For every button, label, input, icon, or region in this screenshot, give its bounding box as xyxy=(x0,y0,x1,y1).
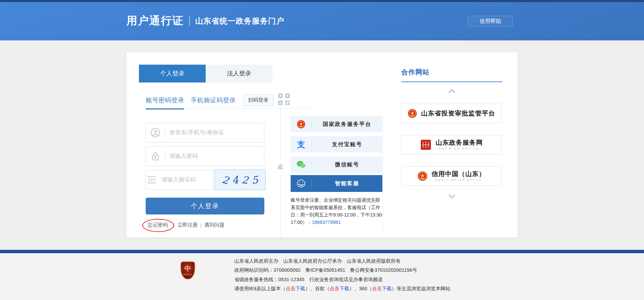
help-button[interactable]: 使用帮助 xyxy=(468,16,513,27)
problem-link[interactable]: 遇到问题 xyxy=(204,222,225,228)
username-field-wrap xyxy=(146,123,264,142)
download-link-chrome[interactable]: 下载 xyxy=(340,286,349,291)
third-party-smart-service[interactable]: 智能客服 xyxy=(291,175,382,192)
partner-site-credit-china[interactable]: 信用中国（山东） www.creditsd.gov.cn xyxy=(401,166,502,186)
browser-text: ）、360（ xyxy=(349,286,372,291)
partner-title-underline xyxy=(401,81,502,82)
download-link-ie[interactable]: 点击 xyxy=(286,286,295,291)
chevron-down-icon[interactable] xyxy=(448,192,456,199)
red-seal-icon xyxy=(420,139,432,151)
captcha-image[interactable]: 2 4 2 5 xyxy=(214,169,266,190)
method-scan-login[interactable]: 扫码登录 xyxy=(243,94,273,106)
partner-site-name: 山东省投资审批监管平台 xyxy=(421,110,495,117)
title-separator xyxy=(189,16,190,26)
partner-site-name: 信用中国（山东） xyxy=(432,171,486,178)
tab-personal-login[interactable]: 个人登录 xyxy=(139,65,206,82)
link-divider: | xyxy=(200,222,202,228)
browser-text: ）、谷歌（ xyxy=(305,286,330,291)
browser-text: 请使用IE9及以上版本（ xyxy=(234,286,286,291)
national-emblem-icon xyxy=(417,171,428,181)
tab-corporate-login[interactable]: 法人登录 xyxy=(206,65,272,82)
footer-line-icp: 政府网站识别码：3700000092 鲁ICP备05051451 鲁公网安备37… xyxy=(234,267,450,273)
third-party-label: 国家政务服务平台 xyxy=(312,121,382,128)
page-header: 用户通行证 山东省统一政务服务门户 使用帮助 xyxy=(0,2,644,40)
register-link[interactable]: 立即注册 xyxy=(177,222,198,228)
username-input[interactable] xyxy=(165,129,264,136)
third-party-label: 支付宝账号 xyxy=(312,141,382,148)
badge-glyph: 中 xyxy=(184,265,191,272)
third-party-label: 智能客服 xyxy=(312,180,382,187)
password-field-wrap xyxy=(146,146,264,166)
brand: 用户通行证 山东省统一政务服务门户 xyxy=(126,13,284,28)
service-phone-link[interactable]: 18663778981 xyxy=(312,220,341,225)
footer-divider-bar xyxy=(0,250,644,253)
service-notice: 账号登录注册、企业绑定相关问题请优先联系页面中的智能客服系统，客服电话（工作日：… xyxy=(291,196,384,226)
password-input[interactable] xyxy=(165,153,264,160)
national-emblem-icon xyxy=(291,120,312,129)
download-link-chrome[interactable]: 点击 xyxy=(330,286,340,291)
browser-text: ）等主流浏览器浏览本网站 xyxy=(391,286,450,291)
third-party-wechat[interactable]: 微信账号 xyxy=(291,157,382,173)
download-link-360[interactable]: 下载 xyxy=(382,286,391,291)
login-method-row: 账号密码登录 手机验证码登录 扫码登录 xyxy=(146,92,314,109)
page-footer: 中 党政机关 山东省人民政府主办 山东省人民政府办公厅承办 山东省人民政府版权所… xyxy=(0,253,644,300)
page-title: 用户通行证 xyxy=(126,13,184,28)
partner-site-zwfw[interactable]: 山东政务服务网 ZWFW.SD.GOV.CN xyxy=(401,135,502,155)
footer-line-hotline: 省级政务服务热线：0531-12345 行政业务咨询电话见办事咨询频道 xyxy=(234,277,450,282)
chevron-up-icon[interactable] xyxy=(448,89,456,96)
footer-line-browser: 请使用IE9及以上版本（点击下载）、谷歌（点击下载）、360（点击下载）等主流浏… xyxy=(234,286,450,292)
forgot-password-link[interactable]: 忘记密码 xyxy=(145,221,171,230)
third-party-national-platform[interactable]: 国家政务服务平台 xyxy=(291,116,382,132)
wechat-icon xyxy=(291,160,312,169)
badge-label: 党政机关 xyxy=(183,273,193,276)
captcha-digit: 4 xyxy=(231,173,239,186)
or-text: 或 xyxy=(277,160,283,174)
third-party-alipay[interactable]: 支 支付宝账号 xyxy=(291,136,382,153)
column-border xyxy=(383,116,383,232)
national-emblem-icon xyxy=(408,109,417,118)
lock-icon xyxy=(146,151,165,161)
partner-site-url: ZWFW.SD.GOV.CN xyxy=(436,147,483,150)
download-link-ie[interactable]: 下载 xyxy=(295,286,305,291)
footer-line-sponsor: 山东省人民政府主办 山东省人民政府办公厅承办 山东省人民政府版权所有 xyxy=(234,258,450,264)
captcha-field-wrap: 123 xyxy=(146,170,213,190)
divider-line xyxy=(280,98,281,160)
captcha-digit: 2 xyxy=(241,173,249,186)
partner-site-name: 山东政务服务网 xyxy=(436,139,483,146)
login-card: 个人登录 法人登录 账号密码登录 手机验证码登录 扫码登录 xyxy=(126,52,518,237)
partner-site-investment-platform[interactable]: 山东省投资审批监管平台 xyxy=(401,104,502,123)
page-subtitle: 山东省统一政务服务门户 xyxy=(195,16,284,26)
download-link-360[interactable]: 点击 xyxy=(372,286,382,291)
svg-text:123: 123 xyxy=(148,178,155,182)
personal-login-button[interactable]: 个人登录 xyxy=(146,198,264,214)
partner-site-url: www.creditsd.gov.cn xyxy=(432,178,486,181)
user-icon xyxy=(146,128,165,138)
alipay-icon: 支 xyxy=(291,139,312,150)
partner-sites-title: 合作网站 xyxy=(401,68,502,77)
partner-sites-panel: 合作网站 山东省投资审批监管平台 xyxy=(401,68,502,198)
divider-line xyxy=(280,174,281,237)
third-party-label: 微信账号 xyxy=(312,161,382,168)
captcha-digit: 2 xyxy=(221,173,230,187)
captcha-digit: 5 xyxy=(251,174,259,186)
method-password-login[interactable]: 账号密码登录 xyxy=(146,96,184,105)
captcha-123-icon: 123 xyxy=(146,175,157,184)
or-divider: 或 xyxy=(276,98,285,236)
footer-text-block: 山东省人民政府主办 山东省人民政府办公厅承办 山东省人民政府版权所有 政府网站识… xyxy=(234,258,450,295)
government-badge-icon: 中 党政机关 xyxy=(180,261,195,279)
customer-service-icon xyxy=(291,179,312,188)
method-sms-login[interactable]: 手机验证码登录 xyxy=(191,96,236,105)
helper-links-row: 忘记密码 | 立即注册 | 遇到问题 xyxy=(145,221,225,230)
